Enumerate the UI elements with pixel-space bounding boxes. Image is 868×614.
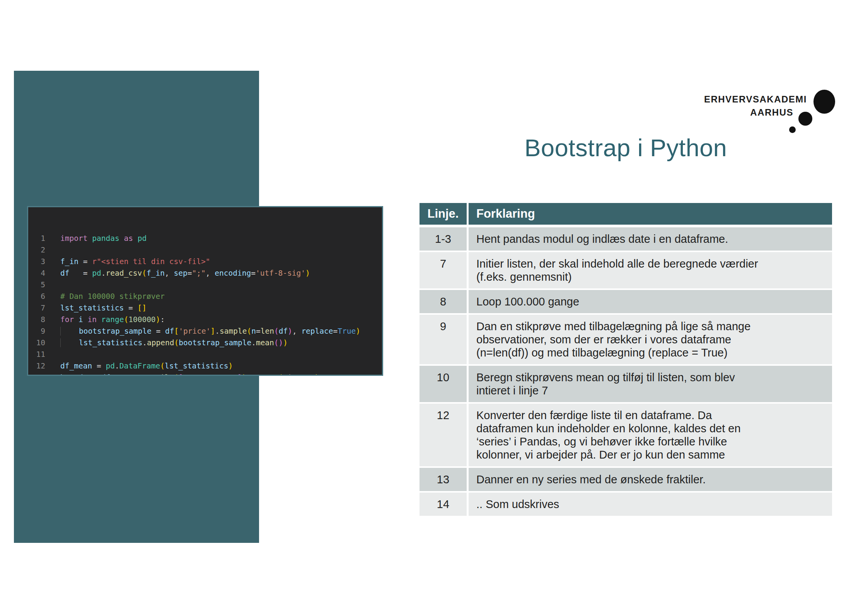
logo-dot-medium-icon — [798, 112, 812, 126]
logo-text-line1: ERHVERVSAKADEMI — [704, 93, 807, 106]
logo: ERHVERVSAKADEMI AARHUS — [704, 93, 807, 119]
table-row: 8Loop 100.000 gange — [420, 290, 832, 315]
code-text: df_mean = pd.DataFrame(lst_statistics) — [60, 360, 233, 372]
line-number: 13 — [28, 372, 45, 376]
table-row: 9Dan en stikprøve med tilbagelægning på … — [420, 315, 832, 366]
table-cell-line: 12 — [420, 404, 469, 466]
code-line: 1import pandas as pd — [28, 233, 382, 244]
table-row: 13Danner en ny series med de ønskede fra… — [420, 468, 832, 493]
code-text: f_in = r"<stien til din csv-fil>" — [60, 256, 210, 268]
table-cell-line: 8 — [420, 290, 469, 313]
table-cell-line: 7 — [420, 252, 469, 288]
code-line: 9 bootstrap_sample = df['price'].sample(… — [28, 326, 382, 337]
line-number: 4 — [28, 268, 45, 279]
code-text: # Dan 100000 stikprøver — [60, 291, 165, 302]
table-cell-explanation: Initier listen, der skal indehold alle d… — [469, 252, 832, 288]
code-text: bounds = df_mean.quantile([0.025, 0.975]… — [60, 372, 319, 376]
line-number: 10 — [28, 337, 45, 349]
code-line: 7lst_statistics = [] — [28, 302, 382, 314]
table-row: 10Beregn stikprøvens mean og tilføj til … — [420, 366, 832, 404]
logo-text-line2: AARHUS — [704, 106, 807, 119]
table-cell-explanation: Dan en stikprøve med tilbagelægning på l… — [469, 315, 832, 364]
table-header-explanation: Forklaring — [469, 203, 832, 225]
table-body: 1-3Hent pandas modul og indlæs date i en… — [420, 227, 832, 517]
code-text: lst_statistics = [] — [60, 302, 147, 314]
logo-dot-large-icon — [813, 90, 835, 114]
table-cell-line: 13 — [420, 468, 469, 491]
table-cell-explanation: Hent pandas modul og indlæs date i en da… — [469, 227, 832, 251]
table-header-row: Linje. Forklaring — [420, 203, 832, 227]
code-text: df = pd.read_csv(f_in, sep=";", encoding… — [60, 268, 310, 279]
table-cell-explanation: Danner en ny series med de ønskede frakt… — [469, 468, 832, 491]
table-cell-explanation: Loop 100.000 gange — [469, 290, 832, 313]
line-number: 9 — [28, 326, 45, 337]
code-text: lst_statistics.append(bootstrap_sample.m… — [60, 337, 288, 349]
table-row: 1-3Hent pandas modul og indlæs date i en… — [420, 227, 832, 252]
line-number: 3 — [28, 256, 45, 268]
line-number: 2 — [28, 244, 45, 256]
explanation-table: Linje. Forklaring 1-3Hent pandas modul o… — [420, 203, 832, 517]
table-cell-line: 10 — [420, 366, 469, 402]
table-row: 12Konverter den færdige liste til en dat… — [420, 404, 832, 468]
table-row: 14.. Som udskrives — [420, 493, 832, 517]
line-number: 6 — [28, 291, 45, 302]
code-line: 6# Dan 100000 stikprøver — [28, 291, 382, 302]
line-number: 11 — [28, 349, 45, 360]
table-cell-explanation: Konverter den færdige liste til en dataf… — [469, 404, 832, 466]
line-number: 8 — [28, 314, 45, 326]
line-number: 5 — [28, 279, 45, 291]
table-cell-line: 1-3 — [420, 227, 469, 251]
code-line: 4df = pd.read_csv(f_in, sep=";", encodin… — [28, 268, 382, 279]
slide: 1import pandas as pd23f_in = r"<stien ti… — [0, 0, 868, 614]
code-line: 11 — [28, 349, 382, 360]
line-number: 1 — [28, 233, 45, 244]
line-number: 7 — [28, 302, 45, 314]
logo-dot-small-icon — [789, 126, 796, 133]
code-lines: 1import pandas as pd23f_in = r"<stien ti… — [28, 233, 382, 376]
code-text: import pandas as pd — [60, 233, 147, 244]
table-cell-line: 14 — [420, 493, 469, 516]
code-text: bootstrap_sample = df['price'].sample(n=… — [60, 326, 360, 337]
table-cell-line: 9 — [420, 315, 469, 364]
code-line: 10 lst_statistics.append(bootstrap_sampl… — [28, 337, 382, 349]
code-line: 12df_mean = pd.DataFrame(lst_statistics) — [28, 360, 382, 372]
code-line: 8for i in range(100000): — [28, 314, 382, 326]
table-header-line: Linje. — [420, 203, 469, 225]
page-title: Bootstrap i Python — [420, 134, 832, 162]
code-line: 2 — [28, 244, 382, 256]
line-number: 12 — [28, 360, 45, 372]
table-cell-explanation: Beregn stikprøvens mean og tilføj til li… — [469, 366, 832, 402]
code-line: 13bounds = df_mean.quantile([0.025, 0.97… — [28, 372, 382, 376]
code-line: 5 — [28, 279, 382, 291]
code-text: for i in range(100000): — [60, 314, 165, 326]
table-row: 7Initier listen, der skal indehold alle … — [420, 252, 832, 290]
code-line: 3f_in = r"<stien til din csv-fil>" — [28, 256, 382, 268]
table-cell-explanation: .. Som udskrives — [469, 493, 832, 516]
code-editor-screenshot: 1import pandas as pd23f_in = r"<stien ti… — [27, 206, 383, 376]
